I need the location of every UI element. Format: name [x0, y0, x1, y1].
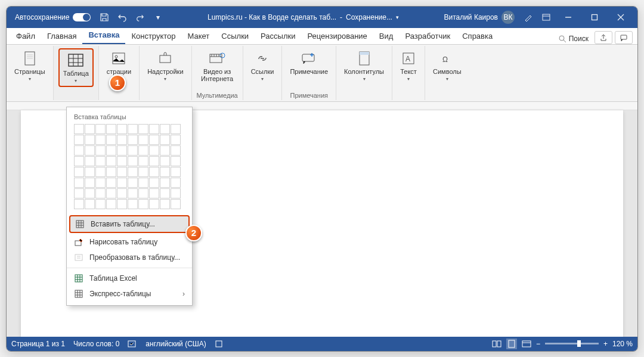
tab-layout[interactable]: Макет [182, 28, 216, 44]
user-account[interactable]: Виталий Каиров ВК [439, 11, 519, 24]
grid-cell[interactable] [138, 199, 148, 209]
grid-cell[interactable] [138, 124, 148, 134]
grid-cell[interactable] [149, 178, 159, 188]
menu-draw-table[interactable]: Нарисовать таблицу [67, 234, 192, 250]
zoom-level[interactable]: 120 % [612, 340, 633, 348]
grid-cell[interactable] [106, 156, 116, 166]
grid-cell[interactable] [149, 167, 159, 177]
grid-cell[interactable] [138, 178, 148, 188]
tab-file[interactable]: Файл [10, 28, 41, 44]
grid-cell[interactable] [128, 188, 138, 198]
grid-cell[interactable] [117, 167, 127, 177]
ribbon-display-icon[interactable] [537, 7, 555, 28]
grid-cell[interactable] [106, 124, 116, 134]
grid-cell[interactable] [171, 199, 181, 209]
grid-cell[interactable] [85, 135, 95, 145]
grid-cell[interactable] [160, 145, 170, 156]
grid-cell[interactable] [74, 188, 84, 198]
grid-cell[interactable] [171, 124, 181, 134]
print-layout-icon[interactable] [506, 339, 517, 349]
grid-cell[interactable] [85, 199, 95, 209]
grid-cell[interactable] [128, 178, 138, 188]
minimize-button[interactable] [555, 7, 581, 28]
grid-cell[interactable] [149, 188, 159, 198]
grid-cell[interactable] [106, 199, 116, 209]
web-layout-icon[interactable] [522, 340, 531, 348]
grid-cell[interactable] [138, 188, 148, 198]
grid-cell[interactable] [160, 178, 170, 188]
text-button[interactable]: A Текст ▾ [397, 48, 420, 83]
grid-cell[interactable] [160, 167, 170, 177]
grid-cell[interactable] [85, 145, 95, 156]
grid-cell[interactable] [74, 167, 84, 177]
grid-cell[interactable] [95, 156, 106, 166]
grid-cell[interactable] [74, 178, 84, 188]
language-indicator[interactable]: английский (США) [145, 340, 206, 348]
grid-cell[interactable] [106, 145, 116, 156]
inking-icon[interactable] [519, 7, 537, 28]
tab-help[interactable]: Справка [456, 28, 499, 44]
grid-cell[interactable] [95, 124, 106, 134]
grid-cell[interactable] [149, 135, 159, 145]
addins-button[interactable]: Надстройки ▾ [144, 48, 186, 83]
grid-cell[interactable] [117, 199, 127, 209]
tab-home[interactable]: Главная [41, 28, 82, 44]
grid-cell[interactable] [74, 199, 84, 209]
close-button[interactable] [608, 7, 634, 28]
grid-cell[interactable] [85, 178, 95, 188]
read-mode-icon[interactable] [492, 340, 501, 348]
grid-cell[interactable] [128, 199, 138, 209]
grid-cell[interactable] [128, 167, 138, 177]
tab-references[interactable]: Ссылки [215, 28, 255, 44]
grid-cell[interactable] [171, 188, 181, 198]
tab-mailings[interactable]: Рассылки [255, 28, 301, 44]
autosave-toggle[interactable] [73, 13, 91, 21]
menu-quick-tables[interactable]: Экспресс-таблицы › [67, 286, 192, 302]
grid-cell[interactable] [171, 178, 181, 188]
grid-cell[interactable] [149, 124, 159, 134]
grid-cell[interactable] [171, 145, 181, 156]
table-button[interactable]: Таблица ▾ [58, 48, 94, 87]
grid-cell[interactable] [117, 135, 127, 145]
zoom-in[interactable]: + [603, 340, 608, 348]
menu-excel-table[interactable]: Таблица Excel [67, 271, 192, 286]
grid-cell[interactable] [171, 135, 181, 145]
online-video-button[interactable]: Видео из Интернета [198, 48, 236, 84]
grid-cell[interactable] [138, 156, 148, 166]
grid-cell[interactable] [138, 167, 148, 177]
grid-cell[interactable] [74, 156, 84, 166]
autosave[interactable]: Автосохранение [10, 13, 95, 21]
grid-cell[interactable] [128, 135, 138, 145]
grid-cell[interactable] [95, 135, 106, 145]
search-box[interactable]: Поиск [553, 33, 593, 44]
grid-cell[interactable] [85, 124, 95, 134]
tab-developer[interactable]: Разработчик [399, 28, 456, 44]
pages-button[interactable]: Страницы ▾ [11, 48, 48, 83]
grid-cell[interactable] [106, 178, 116, 188]
grid-cell[interactable] [95, 167, 106, 177]
headers-button[interactable]: Колонтитулы ▾ [341, 48, 387, 83]
grid-cell[interactable] [74, 135, 84, 145]
grid-cell[interactable] [128, 156, 138, 166]
maximize-button[interactable] [581, 7, 608, 28]
grid-cell[interactable] [160, 199, 170, 209]
share-button[interactable] [595, 31, 612, 44]
grid-cell[interactable] [138, 145, 148, 156]
grid-cell[interactable] [95, 188, 106, 198]
menu-insert-table[interactable]: Вставить таблицу... [69, 215, 190, 233]
grid-cell[interactable] [117, 145, 127, 156]
grid-cell[interactable] [74, 124, 84, 134]
links-button[interactable]: Ссылки ▾ [248, 48, 277, 83]
grid-cell[interactable] [85, 156, 95, 166]
grid-cell[interactable] [85, 188, 95, 198]
table-size-grid[interactable] [67, 124, 192, 214]
grid-cell[interactable] [95, 145, 106, 156]
grid-cell[interactable] [160, 156, 170, 166]
grid-cell[interactable] [117, 124, 127, 134]
grid-cell[interactable] [95, 178, 106, 188]
grid-cell[interactable] [160, 124, 170, 134]
word-count[interactable]: Число слов: 0 [73, 340, 119, 348]
redo-icon[interactable] [131, 7, 149, 28]
grid-cell[interactable] [128, 145, 138, 156]
grid-cell[interactable] [128, 124, 138, 134]
